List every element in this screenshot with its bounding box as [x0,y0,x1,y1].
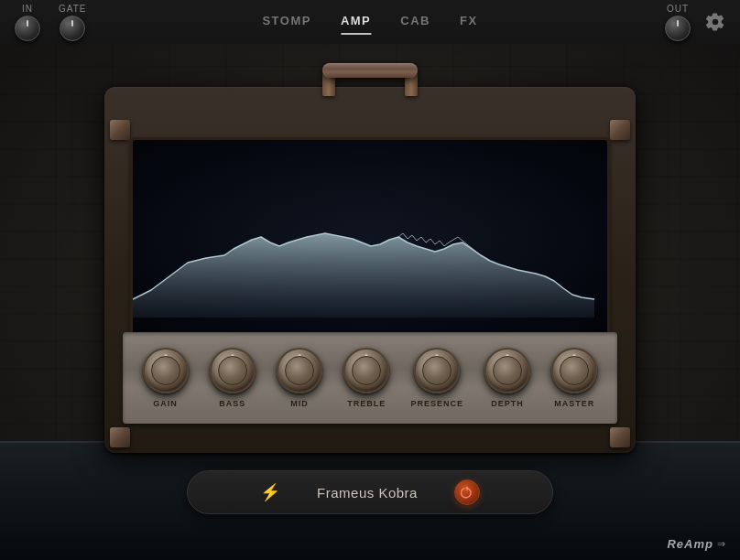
master-label: MASTER [554,399,594,408]
mid-knob-inner [285,356,314,385]
amp-display [130,137,610,339]
amp-body: GAIN BASS MID TREBLE [104,87,636,453]
corner-bottom-right [610,427,630,447]
knob-unit-master: MASTER [551,348,597,408]
master-knob[interactable] [551,348,597,393]
mid-label: MID [290,399,309,408]
bass-knob-inner [218,356,247,385]
knob-unit-presence: PRESENCE [410,348,463,408]
master-knob-inner [560,356,589,385]
depth-knob-inner [493,356,522,385]
out-group: OUT [665,4,691,41]
in-group: IN [15,4,40,41]
settings-icon[interactable] [705,12,725,32]
in-knob[interactable] [15,16,40,41]
display-inner [133,140,607,336]
corner-bottom-left [110,427,130,447]
amp-container: GAIN BASS MID TREBLE [104,59,636,453]
amp-name: Frameus Kobra [317,485,418,501]
tab-stomp[interactable]: STOMP [262,14,311,31]
knob-row: GAIN BASS MID TREBLE [123,332,617,424]
treble-label: TREBLE [347,399,386,408]
tab-fx[interactable]: FX [460,14,478,31]
gain-knob[interactable] [143,348,189,393]
gate-knob[interactable] [60,16,85,41]
gate-label: GATE [59,4,86,14]
bass-label: BASS [219,399,245,408]
tab-cab[interactable]: CAB [400,14,430,31]
power-button[interactable] [454,479,480,505]
tab-amp[interactable]: AMP [341,14,371,31]
reamp-label: ReAmp [667,537,713,551]
waveform-display [133,189,610,318]
in-label: IN [22,4,33,14]
depth-knob[interactable] [484,348,530,393]
presence-knob-inner [422,356,452,385]
gain-label: GAIN [153,399,178,408]
top-right-controls: OUT [665,4,725,41]
bass-knob[interactable] [210,348,256,393]
corner-top-left [110,120,130,140]
presence-knob[interactable] [414,348,460,393]
bottom-bar: ⚡ Frameus Kobra [187,470,553,514]
depth-label: DEPTH [491,399,524,408]
top-bar: IN GATE STOMP AMP CAB FX OUT [0,0,740,44]
corner-top-right [610,120,630,140]
knob-unit-gain: GAIN [143,348,189,408]
treble-knob[interactable] [343,348,389,393]
reamp-icon: ⇒ [717,538,725,550]
treble-knob-inner [352,356,381,385]
knob-unit-mid: MID [277,348,322,408]
out-knob[interactable] [665,16,691,41]
nav-tabs: STOMP AMP CAB FX [262,14,477,31]
plugin-icon: ⚡ [260,482,280,502]
amp-handle [315,59,425,107]
reamp-badge: ReAmp ⇒ [667,537,725,551]
gate-group: GATE [59,4,86,41]
out-label: OUT [667,4,689,14]
top-left-controls: IN GATE [15,4,86,41]
handle-bar [322,63,418,78]
knob-unit-bass: BASS [210,348,256,408]
knob-unit-treble: TREBLE [343,348,389,408]
knob-unit-depth: DEPTH [484,348,530,408]
presence-label: PRESENCE [410,399,463,408]
mid-knob[interactable] [277,348,322,393]
gain-knob-inner [151,356,180,385]
